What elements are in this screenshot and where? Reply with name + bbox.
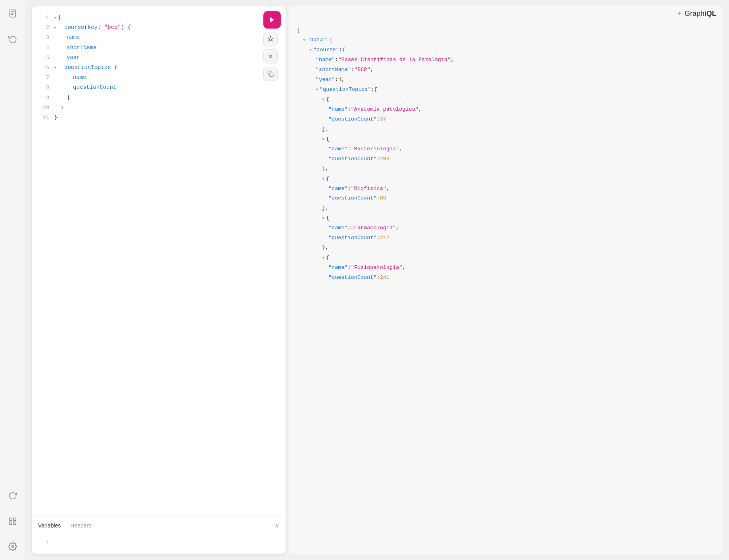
- code-line-5: 5 year: [32, 53, 286, 63]
- json-line-topics: ▼ "questionTopics": [: [297, 85, 715, 95]
- json-line-year: "year": 4,: [297, 75, 715, 85]
- svg-rect-6: [13, 522, 15, 524]
- plus-icon[interactable]: +: [677, 10, 681, 18]
- json-line-topic3-name: "name": "Biofísica",: [297, 184, 715, 194]
- json-line-topic1-count: "questionCount": 37: [297, 115, 715, 125]
- code-line-4: 4 shortName: [32, 43, 286, 53]
- json-content: { ▼ "data": { ▼ "course": { "name": "Bas…: [297, 13, 715, 283]
- code-line-9: 9 }: [32, 93, 286, 103]
- svg-marker-9: [270, 17, 274, 23]
- json-line-name: "name": "Bases Científicas de la Patolog…: [297, 55, 715, 65]
- svg-rect-5: [13, 518, 15, 520]
- variables-content: 1: [32, 535, 286, 554]
- copy-button[interactable]: [263, 67, 278, 81]
- svg-rect-12: [270, 73, 273, 77]
- svg-rect-0: [10, 10, 15, 17]
- code-line-10: 10 }: [32, 103, 286, 113]
- json-line-shortname: "shortName": "BCP",: [297, 65, 715, 75]
- json-line-topic3-count: "questionCount": 89: [297, 194, 715, 203]
- svg-rect-4: [9, 518, 12, 520]
- magic-button[interactable]: [263, 32, 278, 46]
- history-icon[interactable]: [6, 32, 20, 46]
- json-line-topic4-name: "name": "Farmacología",: [297, 223, 715, 233]
- editor-panel: 1 ▼ { 2 ▼ course(key: "bcp") { 3 name 4: [32, 6, 286, 554]
- json-line-root-open: {: [297, 25, 715, 35]
- svg-point-8: [12, 545, 14, 548]
- headers-tab[interactable]: Headers: [70, 522, 91, 529]
- code-line-8: 8 questionCount: [32, 82, 286, 92]
- json-line-topic4-count: "questionCount": 212: [297, 233, 715, 243]
- json-line-topic5-open: ▼ {: [297, 253, 715, 263]
- sidebar-bottom: [6, 489, 20, 554]
- code-editor[interactable]: 1 ▼ { 2 ▼ course(key: "bcp") { 3 name 4: [32, 6, 286, 129]
- json-line-topic4-close: },: [297, 243, 715, 253]
- code-line-11: 11 }: [32, 113, 286, 123]
- variables-tab[interactable]: Variables: [38, 522, 61, 529]
- json-line-topic2-count: "questionCount": 202: [297, 154, 715, 164]
- chevron-down-icon[interactable]: ∨: [275, 522, 279, 529]
- header-bar: + GraphiQL: [671, 6, 723, 21]
- json-line-topic2-close: },: [297, 164, 715, 174]
- json-line-topic2-name: "name": "Bacteriología",: [297, 144, 715, 154]
- close-button[interactable]: [263, 49, 278, 63]
- document-icon[interactable]: [6, 6, 20, 21]
- json-line-topic1-close: },: [297, 125, 715, 134]
- json-line-topic3-close: },: [297, 203, 715, 213]
- code-line-2: 2 ▼ course(key: "bcp") {: [32, 23, 286, 33]
- json-line-course: ▼ "course": {: [297, 45, 715, 55]
- editor-top: 1 ▼ { 2 ▼ course(key: "bcp") { 3 name 4: [32, 6, 286, 516]
- result-panel: { ▼ "data": { ▼ "course": { "name": "Bas…: [289, 6, 723, 554]
- app-title: GraphiQL: [685, 10, 716, 18]
- json-line-topic1-open: ▼ {: [297, 95, 715, 105]
- code-line-7: 7 name: [32, 73, 286, 82]
- code-line-1: 1 ▼ {: [32, 13, 286, 23]
- run-button[interactable]: [263, 11, 281, 29]
- variables-line-1: 1: [32, 538, 286, 547]
- code-line-6: 6 ▼ questionTopics {: [32, 63, 286, 73]
- variables-header: Variables Headers ∨: [32, 516, 286, 535]
- editor-toolbar: [263, 11, 281, 81]
- json-line-topic1-name: "name": "Anatomía patológica",: [297, 105, 715, 115]
- json-line-topic3-open: ▼ {: [297, 174, 715, 184]
- json-line-topic5-count: "questionCount": 241: [297, 273, 715, 283]
- json-line-topic4-open: ▼ {: [297, 213, 715, 223]
- result-wrapper: + GraphiQL { ▼ "data": { ▼ "course": {: [289, 6, 723, 554]
- shortcut-icon[interactable]: [6, 514, 20, 528]
- variables-bar: Variables Headers ∨ 1: [32, 516, 286, 554]
- code-line-3: 3 name: [32, 33, 286, 42]
- json-line-topic5-name: "name": "Fisiopatología",: [297, 263, 715, 273]
- main-content: 1 ▼ { 2 ▼ course(key: "bcp") { 3 name 4: [25, 0, 729, 560]
- settings-icon[interactable]: [6, 539, 20, 554]
- svg-rect-7: [9, 522, 12, 524]
- sidebar: [0, 0, 25, 560]
- refresh-icon[interactable]: [6, 489, 20, 503]
- json-line-data: ▼ "data": {: [297, 35, 715, 45]
- json-line-topic2-open: ▼ {: [297, 134, 715, 144]
